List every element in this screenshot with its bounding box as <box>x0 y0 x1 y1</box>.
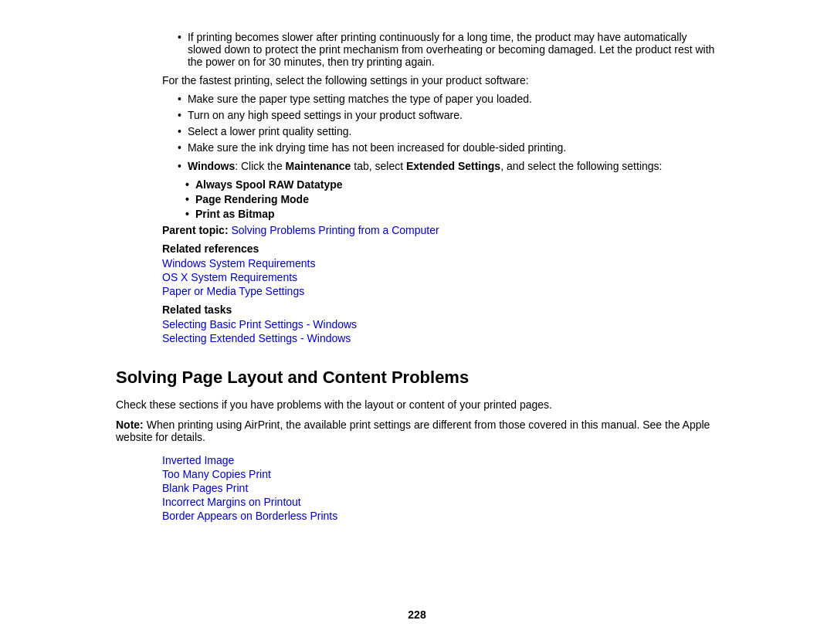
related-ref-link-1[interactable]: Windows System Requirements <box>162 257 718 269</box>
related-ref-link-2[interactable]: OS X System Requirements <box>162 271 718 283</box>
fastest-printing-intro: For the fastest printing, select the fol… <box>162 74 718 86</box>
bold-sub-item-text-1: Always Spool RAW Datatype <box>195 178 343 191</box>
bullet-paper-type: • Make sure the paper type setting match… <box>162 93 718 105</box>
bullet-dot-2: • <box>178 109 181 121</box>
windows-suffix: , and select the following settings: <box>500 160 662 172</box>
bullet-text-paper: Make sure the paper type setting matches… <box>188 93 532 105</box>
windows-tab-select: tab, select <box>351 160 406 172</box>
windows-instruction-group: • Windows: Click the Maintenance tab, se… <box>162 160 718 172</box>
note-label: Note: <box>116 419 144 431</box>
bold-sub-item-2: • Page Rendering Mode <box>185 193 718 205</box>
bullet-high-speed: • Turn on any high speed settings in you… <box>162 109 718 121</box>
related-task-link-1[interactable]: Selecting Basic Print Settings - Windows <box>162 318 718 330</box>
top-bullet-group: • If printing becomes slower after print… <box>162 31 718 68</box>
page-container: • If printing becomes slower after print… <box>70 0 764 593</box>
content-link-5[interactable]: Border Appears on Borderless Prints <box>162 510 718 522</box>
related-references-section: Related references Windows System Requir… <box>162 242 718 297</box>
bullet-text-highspeed: Turn on any high speed settings in your … <box>188 109 463 121</box>
bullet-text-slowdown: If printing becomes slower after printin… <box>188 31 718 68</box>
content-links-list: Inverted Image Too Many Copies Print Bla… <box>162 454 718 522</box>
windows-instruction-bullet: • Windows: Click the Maintenance tab, se… <box>162 160 718 172</box>
page-footer: 228 <box>0 593 834 644</box>
bold-sub-item-1: • Always Spool RAW Datatype <box>185 178 718 191</box>
parent-topic-label: Parent topic: <box>162 224 229 236</box>
bold-bullet-dot-1: • <box>185 178 189 191</box>
content-link-1[interactable]: Inverted Image <box>162 454 718 466</box>
bullet-dot-1: • <box>178 93 181 105</box>
windows-colon: : Click the <box>235 160 285 172</box>
bold-sub-item-text-3: Print as Bitmap <box>195 208 275 220</box>
content-link-3[interactable]: Blank Pages Print <box>162 482 718 494</box>
related-references-label: Related references <box>162 242 718 255</box>
bullet-dot: • <box>178 31 181 68</box>
bullet-dot-4: • <box>178 141 181 154</box>
note-text: When printing using AirPrint, the availa… <box>116 419 710 443</box>
bold-bullet-dot-3: • <box>185 208 189 220</box>
extended-settings-bold: Extended Settings <box>406 160 500 172</box>
bold-sub-items: • Always Spool RAW Datatype • Page Rende… <box>185 178 718 220</box>
bold-sub-item-text-2: Page Rendering Mode <box>195 193 309 205</box>
note-paragraph: Note: When printing using AirPrint, the … <box>116 419 718 443</box>
bullet-dot-3: • <box>178 125 181 137</box>
windows-instruction-text: Windows: Click the Maintenance tab, sele… <box>188 160 663 172</box>
related-task-link-2[interactable]: Selecting Extended Settings - Windows <box>162 332 718 344</box>
content-link-4[interactable]: Incorrect Margins on Printout <box>162 496 718 508</box>
parent-topic-link[interactable]: Solving Problems Printing from a Compute… <box>231 224 439 236</box>
bullet-dot-windows: • <box>178 160 181 172</box>
related-tasks-label: Related tasks <box>162 303 718 316</box>
bullet-ink-drying: • Make sure the ink drying time has not … <box>162 141 718 154</box>
bold-sub-item-3: • Print as Bitmap <box>185 208 718 220</box>
bullet-quality: • Select a lower print quality setting. <box>162 125 718 137</box>
content-link-2[interactable]: Too Many Copies Print <box>162 468 718 480</box>
section-intro: Check these sections if you have problem… <box>116 398 718 411</box>
fastest-printing-intro-text: For the fastest printing, select the fol… <box>162 74 529 86</box>
bullet-item-slowdown: • If printing becomes slower after print… <box>162 31 718 68</box>
maintenance-bold: Maintenance <box>286 160 351 172</box>
section-heading: Solving Page Layout and Content Problems <box>116 368 718 388</box>
bullet-text-inkdrying: Make sure the ink drying time has not be… <box>188 141 566 154</box>
page-number: 228 <box>408 608 425 621</box>
related-ref-link-3[interactable]: Paper or Media Type Settings <box>162 285 718 297</box>
parent-topic-section: Parent topic: Solving Problems Printing … <box>162 224 718 236</box>
fastest-printing-bullets: • Make sure the paper type setting match… <box>162 93 718 154</box>
bullet-text-quality: Select a lower print quality setting. <box>188 125 351 137</box>
windows-bold-label: Windows <box>188 160 235 172</box>
related-tasks-section: Related tasks Selecting Basic Print Sett… <box>162 303 718 344</box>
bold-bullet-dot-2: • <box>185 193 189 205</box>
